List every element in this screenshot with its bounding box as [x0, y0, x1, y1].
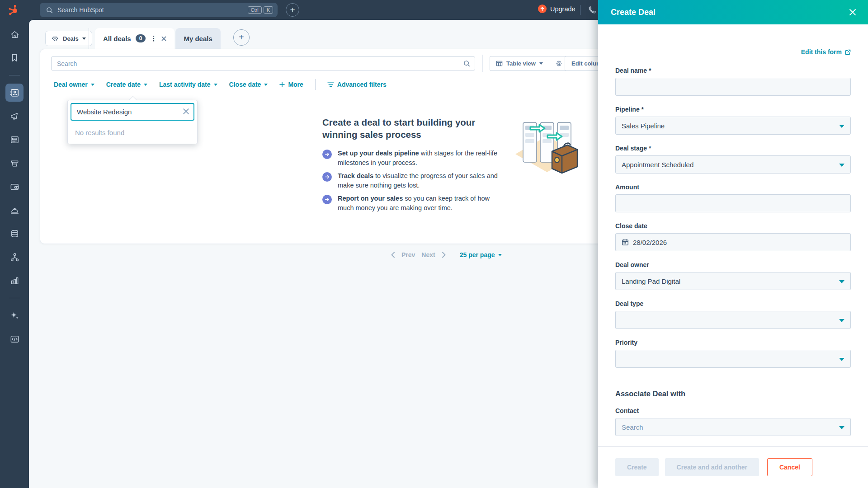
sidebar-item-crm[interactable]: [5, 84, 24, 102]
filter-create-date-label: Create date: [106, 81, 141, 88]
field-pipeline: Pipeline * Sales Pipeline: [615, 106, 851, 135]
filter-deal-owner-label: Deal owner: [54, 81, 88, 88]
toolbar-divider: [482, 55, 483, 72]
field-value: 28/02/2026: [633, 239, 667, 246]
tab-close-icon[interactable]: [161, 36, 166, 41]
bell-icon: [9, 205, 20, 216]
prev-page-chevron-icon[interactable]: [391, 252, 395, 258]
no-results-text: No results found: [71, 121, 194, 137]
sidebar-item-bookmarks[interactable]: [5, 49, 24, 67]
deal-name-input[interactable]: [615, 78, 851, 96]
next-page-button[interactable]: Next: [421, 251, 435, 258]
field-label: Pipeline *: [615, 106, 851, 113]
view-buttons: Table view: [490, 56, 569, 71]
deal-owner-select[interactable]: Landing Pad Digital: [615, 272, 851, 290]
object-nav-button[interactable]: Deals: [45, 31, 92, 46]
bookmark-icon: [9, 53, 19, 63]
filter-more[interactable]: More: [279, 81, 303, 88]
hubspot-logo-icon[interactable]: [7, 4, 20, 16]
field-label: Priority: [615, 339, 851, 346]
panel-body: Edit this form Deal name * Pipeline * Sa…: [598, 24, 868, 446]
priority-select[interactable]: [615, 350, 851, 368]
field-label: Contact: [615, 407, 851, 414]
quick-create-button[interactable]: +: [286, 3, 299, 17]
per-page-selector[interactable]: 25 per page: [460, 251, 502, 258]
phone-icon[interactable]: [588, 5, 597, 14]
panel-title: Create Deal: [611, 8, 656, 17]
sidebar-item-content[interactable]: [5, 131, 24, 149]
next-page-chevron-icon[interactable]: [442, 252, 446, 258]
sidebar-item-marketing[interactable]: [5, 107, 24, 125]
filter-create-date[interactable]: Create date: [106, 81, 147, 88]
sidebar-item-home[interactable]: [5, 25, 24, 43]
filter-more-label: More: [288, 81, 303, 88]
sidebar-item-developer[interactable]: [5, 330, 24, 348]
field-label: Deal owner: [615, 261, 851, 268]
deals-icon: [52, 35, 59, 42]
create-button[interactable]: Create: [615, 458, 659, 476]
object-nav-label: Deals: [63, 35, 79, 42]
search-icon: [46, 7, 53, 14]
chevron-down-icon: [839, 164, 844, 167]
add-view-button[interactable]: +: [233, 29, 250, 46]
deal-stage-select[interactable]: Appointment Scheduled: [615, 155, 851, 174]
pipeline-select[interactable]: Sales Pipeline: [615, 117, 851, 135]
create-date-filter-dropdown: No results found: [67, 100, 198, 144]
field-contact: Contact Search: [615, 407, 851, 436]
upgrade-button[interactable]: Upgrade: [538, 5, 576, 13]
create-add-another-button[interactable]: Create and add another: [665, 458, 759, 476]
table-view-button[interactable]: Table view: [490, 56, 549, 71]
sidebar-item-payments[interactable]: [5, 178, 24, 196]
wallet-icon: [9, 182, 20, 192]
tab-options-icon[interactable]: ⋮: [150, 34, 157, 42]
tab-my-deals[interactable]: My deals: [175, 28, 220, 49]
megaphone-icon: [9, 111, 20, 122]
field-deal-owner: Deal owner Landing Pad Digital: [615, 261, 851, 290]
sidebar-item-reporting[interactable]: [5, 272, 24, 290]
close-date-input[interactable]: 28/02/2026: [615, 233, 851, 251]
sidebar-item-data[interactable]: [5, 225, 24, 243]
field-deal-type: Deal type: [615, 300, 851, 329]
left-sidebar: [0, 20, 29, 488]
chevron-down-icon: [839, 319, 844, 322]
home-icon: [9, 29, 20, 40]
filter-close-date[interactable]: Close date: [229, 81, 268, 88]
field-label: Deal stage *: [615, 145, 851, 152]
arrow-right-icon: [322, 172, 332, 182]
amount-input[interactable]: [615, 194, 851, 212]
filter-last-activity-date[interactable]: Last activity date: [159, 81, 217, 88]
panel-close-icon[interactable]: [849, 9, 856, 16]
tab-all-deals[interactable]: All deals 0 ⋮: [95, 28, 175, 49]
filter-deal-owner[interactable]: Deal owner: [54, 81, 94, 88]
empty-state-bullet: Set up your deals pipeline with stages f…: [322, 149, 500, 168]
table-search-input[interactable]: Search: [51, 56, 475, 70]
advanced-filters-icon: [327, 82, 334, 88]
table-search-placeholder: Search: [57, 60, 463, 67]
search-icon: [463, 60, 470, 67]
sidebar-item-automations[interactable]: [5, 248, 24, 266]
clear-input-icon[interactable]: [183, 108, 189, 115]
cancel-button[interactable]: Cancel: [767, 458, 812, 476]
field-value: Landing Pad Digital: [622, 277, 680, 285]
funnel-icon: [9, 158, 20, 169]
prev-page-button[interactable]: Prev: [401, 251, 415, 258]
field-label: Close date: [615, 222, 851, 230]
panel-header: Create Deal: [598, 0, 868, 24]
empty-state-title: Create a deal to start building your win…: [322, 116, 500, 141]
sidebar-item-service[interactable]: [5, 201, 24, 219]
field-amount: Amount: [615, 183, 851, 212]
sidebar-item-commerce[interactable]: [5, 154, 24, 172]
field-value: Appointment Scheduled: [622, 161, 693, 169]
nav-divider: [89, 28, 89, 49]
advanced-filters-button[interactable]: Advanced filters: [327, 81, 387, 88]
contact-select[interactable]: Search: [615, 418, 851, 436]
filter-search-input[interactable]: [71, 103, 194, 121]
deal-type-select[interactable]: [615, 311, 851, 329]
sidebar-item-ai[interactable]: [5, 306, 24, 324]
edit-form-link[interactable]: Edit this form: [801, 48, 851, 56]
sidebar-divider-bottom: [9, 298, 20, 298]
global-search-input[interactable]: Search HubSpot Ctrl K: [40, 3, 278, 17]
filter-last-activity-date-label: Last activity date: [159, 81, 211, 88]
pagination: Prev Next 25 per page: [391, 251, 502, 258]
calendar-icon: [622, 239, 629, 246]
